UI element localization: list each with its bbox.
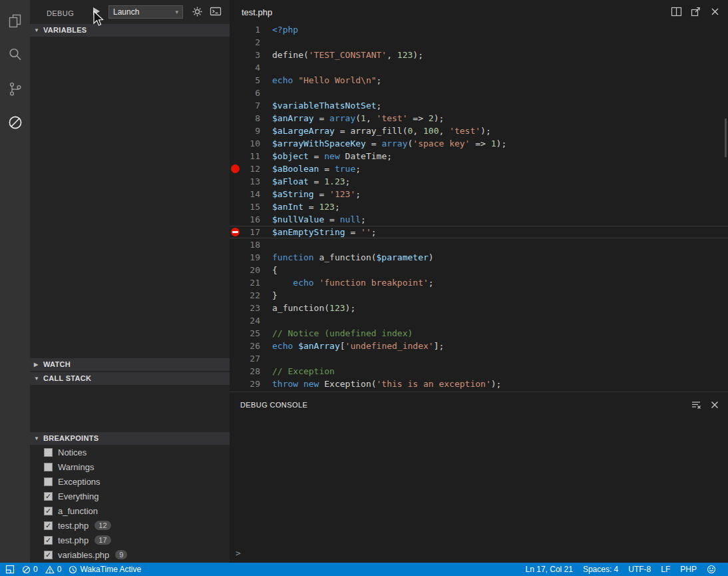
code-line-4[interactable]: 4 [230,61,728,74]
breakpoint-gutter[interactable] [230,200,244,213]
breakpoint-gutter[interactable] [230,162,244,175]
checkbox-unchecked-icon[interactable] [44,477,53,486]
code-line-15[interactable]: 15$anInt = 123; [230,200,728,213]
code-line-10[interactable]: 10$arrayWithSpaceKey = array('space key'… [230,137,728,150]
breakpoint-list-item[interactable]: ✓a_function [30,503,230,518]
breakpoint-gutter[interactable] [230,125,244,137]
debug-console-toggle-icon[interactable] [210,6,222,18]
split-editor-icon[interactable] [671,6,683,18]
close-editor-icon[interactable] [709,6,721,18]
breakpoint-gutter[interactable] [230,49,244,61]
start-debug-button[interactable] [93,7,104,17]
breakpoint-gutter[interactable] [230,327,244,340]
configure-gear-icon[interactable] [192,6,204,18]
code-line-11[interactable]: 11$object = new DateTime; [230,150,728,162]
breakpoint-gutter[interactable] [230,61,244,74]
code-line-21[interactable]: 21 echo 'function breakpoint'; [230,276,728,289]
code-line-23[interactable]: 23a_function(123); [230,302,728,314]
editor-scrollbar[interactable] [725,119,727,157]
layout-icon[interactable] [5,565,15,574]
close-panel-icon[interactable] [709,400,720,410]
feedback-smiley-icon[interactable] [707,565,716,574]
code-line-17[interactable]: 17$anEmptyString = ''; [230,226,728,238]
open-preview-icon[interactable] [690,6,702,18]
code-line-1[interactable]: 1<?php [230,23,728,36]
breakpoint-gutter[interactable] [230,150,244,162]
code-line-26[interactable]: 26echo $anArray['undefined_index']; [230,340,728,352]
watch-section-header[interactable]: ▶ WATCH [30,358,230,371]
debug-icon[interactable] [0,107,30,138]
wakatime-status[interactable]: WakaTime Active [69,565,141,574]
breakpoint-gutter[interactable] [230,264,244,276]
breakpoint-list-item[interactable]: ✓Everything [30,489,230,503]
breakpoint-gutter[interactable] [230,314,244,327]
checkbox-checked-icon[interactable]: ✓ [44,507,53,515]
breakpoints-section-header[interactable]: ▼ BREAKPOINTS [30,432,230,445]
breakpoint-gutter[interactable] [230,175,244,188]
breakpoint-gutter[interactable] [230,36,244,49]
checkbox-unchecked-icon[interactable] [44,463,53,471]
clear-console-icon[interactable] [691,400,701,410]
breakpoint-list-item[interactable]: Exceptions [30,474,230,489]
variables-section-header[interactable]: ▼ VARIABLES [30,24,230,37]
breakpoint-gutter[interactable] [230,276,244,289]
debug-console-input[interactable]: > [230,545,728,560]
explorer-icon[interactable] [0,5,30,36]
editor-tab-title[interactable]: test.php [242,7,272,17]
breakpoint-gutter[interactable] [230,213,244,226]
breakpoint-gutter[interactable] [230,352,244,365]
encoding-status[interactable]: UTF-8 [628,565,651,574]
breakpoint-gutter[interactable] [230,340,244,352]
indentation-status[interactable]: Spaces: 4 [583,565,618,574]
code-line-13[interactable]: 13$aFloat = 1.23; [230,175,728,188]
checkbox-checked-icon[interactable]: ✓ [44,492,53,501]
breakpoint-gutter[interactable] [230,74,244,87]
breakpoint-disabled-icon[interactable] [231,228,240,236]
code-line-14[interactable]: 14$aString = '123'; [230,188,728,200]
breakpoint-gutter[interactable] [230,99,244,112]
source-control-icon[interactable] [0,73,30,104]
breakpoint-gutter[interactable] [230,238,244,251]
code-line-6[interactable]: 6 [230,87,728,99]
code-line-9[interactable]: 9$aLargeArray = array_fill(0, 100, 'test… [230,125,728,137]
breakpoint-gutter[interactable] [230,87,244,99]
breakpoint-gutter[interactable] [230,23,244,36]
code-line-8[interactable]: 8$anArray = array(1, 'test' => 2); [230,112,728,125]
checkbox-unchecked-icon[interactable] [44,448,53,457]
search-icon[interactable] [0,39,30,69]
breakpoint-gutter[interactable] [230,226,244,238]
cursor-position[interactable]: Ln 17, Col 21 [526,565,573,574]
code-line-28[interactable]: 28// Exception [230,365,728,378]
breakpoint-list-item[interactable]: ✓test.php17 [30,533,230,547]
breakpoint-gutter[interactable] [230,365,244,378]
breakpoint-active-icon[interactable] [231,164,240,173]
checkbox-checked-icon[interactable]: ✓ [44,536,53,545]
code-area[interactable]: 1<?php23define('TEST_CONSTANT', 123);45e… [230,23,728,390]
breakpoint-gutter[interactable] [230,378,244,390]
warnings-status[interactable]: 0 [45,565,62,574]
code-line-18[interactable]: 18 [230,238,728,251]
breakpoint-list-item[interactable]: ✓variables.php9 [30,547,230,562]
checkbox-checked-icon[interactable]: ✓ [44,551,53,559]
code-line-3[interactable]: 3define('TEST_CONSTANT', 123); [230,49,728,61]
code-line-7[interactable]: 7$variableThatsNotSet; [230,99,728,112]
language-mode[interactable]: PHP [680,565,697,574]
breakpoint-gutter[interactable] [230,188,244,200]
code-line-2[interactable]: 2 [230,36,728,49]
code-line-5[interactable]: 5echo "Hello World\n"; [230,74,728,87]
code-line-16[interactable]: 16$nullValue = null; [230,213,728,226]
breakpoint-list-item[interactable]: Notices [30,445,230,459]
breakpoint-gutter[interactable] [230,137,244,150]
code-line-29[interactable]: 29throw new Exception('this is an except… [230,378,728,390]
call-stack-section-header[interactable]: ▼ CALL STACK [30,372,230,385]
breakpoint-gutter[interactable] [230,302,244,314]
code-line-22[interactable]: 22} [230,289,728,302]
code-line-27[interactable]: 27 [230,352,728,365]
code-line-25[interactable]: 25// Notice (undefined index) [230,327,728,340]
breakpoint-list-item[interactable]: Warnings [30,459,230,474]
code-line-12[interactable]: 12$aBoolean = true; [230,162,728,175]
breakpoint-gutter[interactable] [230,289,244,302]
checkbox-checked-icon[interactable]: ✓ [44,521,53,530]
code-line-19[interactable]: 19function a_function($parameter) [230,251,728,264]
breakpoint-list-item[interactable]: ✓test.php12 [30,518,230,533]
